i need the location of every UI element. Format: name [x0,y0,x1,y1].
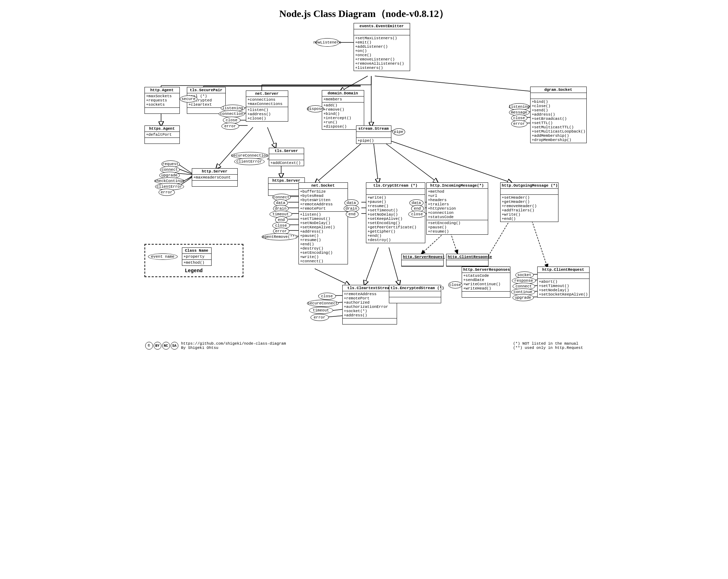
dispose-ellipse: dispose [307,105,324,112]
http-serverresponses-attrs: +statusCode +sendDate +writeContinue() +… [462,273,510,292]
http-serverresponses-box: http.ServerResponses +statusCode +sendDa… [462,267,510,298]
note1: (*) NOT listed in the manual [513,341,583,346]
dgram-socket-box: dgram.Socket +bind() +close() +send() +a… [530,87,587,143]
dgram-socket-name: dgram.Socket [531,87,586,93]
http-incomingmessage-methods: +setEncoding() +pause() +resume() [427,220,488,234]
domain-domain-name: domain.Domain [322,90,364,96]
net-server-name: net.Server [246,91,288,97]
svg-line-26 [530,216,548,269]
net-socket-attrs: +bufferSize +bytesRead +bytesWritten +re… [299,189,348,212]
tls-cryptstream-attrs [366,189,425,195]
svg-line-6 [339,76,368,92]
svg-line-21 [364,247,378,286]
stream-stream-methods: +pipe() [356,138,391,144]
tls-cleartextstream-methods [343,318,397,324]
http-agent-name: http.Agent [145,87,179,93]
http-server-methods [192,181,237,186]
legend-class-box: Class Name +property +method() [182,247,212,266]
notes-right: (*) NOT listed in the manual (**) used o… [513,341,583,350]
http-server-name: http.Server [192,169,237,175]
http-clientrequest-name: http.ClientRequest [538,267,589,273]
legend-event-ellipse: event name [148,253,178,260]
net-socket-name: net.Socket [299,183,348,189]
tls-encryptedstream-attrs [389,291,441,297]
domain-domain-box: domain.Domain +members +add() +remove() … [322,90,364,130]
tls-securepair-name: tls.SecurePair [187,87,225,93]
http-agent-methods [145,108,179,113]
http-serverresponses-methods [462,292,510,297]
close-tls-ellipse: close [318,293,336,300]
https-agent-methods [145,138,179,144]
agentremove-ellipse: agentRemove(**) [262,233,298,240]
secure-ellipse: secure [180,95,197,103]
connection-netserver-ellipse: connection [219,110,245,117]
footer-author: By Shigeki Ohtsu [181,346,286,350]
http-incomingmessage-attrs: +method +url +headers +trailers +httpVer… [427,189,488,220]
http-serverrequest-attrs [402,260,443,266]
tls-server-methods: +addContext() [269,160,304,166]
error-cleartextstream-ellipse: error [310,314,329,321]
cc-by-icon: BY [154,342,161,350]
error-netserver-ellipse: error [221,123,239,130]
http-clientrequest-box: http.ClientRequest +abort() +setTimeout(… [537,267,590,298]
cc-sa-icon: SA [171,342,178,350]
http-outgoingmessage-attrs [501,189,558,195]
net-socket-box: net.Socket +bufferSize +bytesRead +bytes… [298,182,348,264]
tls-encryptedstream-methods [389,297,441,303]
http-agent-box: http.Agent +maxSockets +requests +socket… [144,87,180,114]
svg-line-38 [188,176,192,179]
note2: (**) used only in http.Request [513,346,583,350]
https-agent-attrs: +defaltPort [145,132,179,138]
http-outgoingmessage-methods: +setHeader() +getHeader() +removeHeader(… [501,195,558,222]
net-server-box: net.Server +connections +maxConnections … [246,90,288,122]
events-eventemitter-methods: +setMaxListeners() +emit() +addListener(… [354,35,410,71]
http-clientresponse-box: http.ClientResponse [446,254,489,267]
footer: © BY NC SA https://github.com/shigeki/no… [145,341,286,350]
dgram-socket-attrs [531,93,586,99]
upgrade-clientreq-ellipse: upgrade [513,294,534,301]
http-server-box: http.Server +maxHeadersCount [192,168,238,187]
legend-title: Legend [148,268,240,274]
http-incomingmessage-box: http.IncomingMessage(*) +method +url +he… [426,182,488,235]
diagram-title: Node.js Class Diagram（node-v0.8.12） [145,4,583,21]
secureconnect-ellipse: secureConnect [307,300,339,307]
http-incomingmessage-name: http.IncomingMessage(*) [427,183,488,189]
legend-box: event name Class Name +property +method(… [144,244,243,277]
svg-line-7 [375,76,537,92]
http-clientrequest-attrs [538,273,589,279]
cc-icon: © [145,342,153,350]
stream-stream-box: stream.Stream +pipe() [356,125,391,144]
pipe-ellipse: pipe [392,128,405,135]
http-outgoingmessage-box: http.OutgoingMessage (*) +setHeader() +g… [500,182,558,222]
svg-line-18 [378,138,438,183]
end-tls-ellipse: end [346,211,359,218]
http-server-attrs: +maxHeadersCount [192,175,237,181]
http-agent-attrs: +maxSockets +requests +sockets [145,93,179,108]
tls-server-name: tls.Server [269,148,304,154]
svg-line-17 [373,138,378,184]
tls-server-box: tls.Server +addContext() [269,148,304,166]
http-outgoingmessage-name: http.OutgoingMessage (*) [501,183,558,189]
tls-server-attrs [269,154,304,160]
events-eventemitter-name: events.EventEmitter [354,23,410,29]
net-server-methods: +listen() +address() +close() [246,107,288,121]
https-agent-box: https.Agent +defaltPort [144,125,180,144]
svg-line-20 [315,269,350,286]
close-serverresponses-ellipse: close [448,281,462,288]
svg-line-22 [389,247,399,286]
footer-url: https://github.com/shigeki/node-class-di… [181,341,286,346]
tls-cryptstream-name: tls.CryptStream (*) [366,183,425,189]
http-serverrequest-name: http.ServerRequest [402,254,443,260]
svg-line-12 [267,127,276,148]
cc-icons: © BY NC SA [145,342,178,350]
http-clientresponse-attrs [446,260,488,266]
http-clientresponse-name: http.ClientResponse [446,254,488,260]
tls-encryptedstream-box: tls.EncryptedStream (*) [389,285,441,303]
newlisteners-ellipse: newListeners [315,38,339,47]
events-eventemitter-box: events.EventEmitter +setMaxListeners() +… [354,23,410,71]
dgram-socket-methods: +bind() +close() +send() +address() +set… [531,99,586,143]
timeout-cleartextstream-ellipse: timeout [309,307,333,314]
footer-text: https://github.com/shigeki/node-class-di… [181,341,286,350]
net-socket-methods: +listen() +setTimeout() +setNoDelay() +s… [299,212,348,264]
error-dgram-ellipse: error [511,120,527,127]
